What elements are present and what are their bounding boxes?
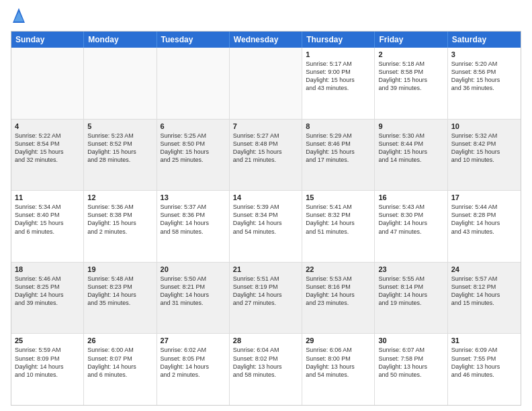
cell-text: Sunrise: 6:06 AM [306, 346, 371, 354]
cell-text: and 35 minutes. [87, 299, 152, 307]
day-number: 6 [161, 122, 226, 130]
cal-cell: 4Sunrise: 5:22 AMSunset: 8:54 PMDaylight… [11, 120, 84, 191]
cal-cell: 7Sunrise: 5:27 AMSunset: 8:48 PMDaylight… [230, 120, 302, 191]
cell-text: Daylight: 15 hours [451, 76, 517, 84]
day-number: 24 [451, 265, 517, 273]
cell-text: Sunrise: 5:51 AM [233, 275, 298, 283]
cell-text: Sunset: 8:48 PM [233, 140, 298, 148]
cell-text: Daylight: 15 hours [378, 76, 443, 84]
cal-cell: 30Sunrise: 6:07 AMSunset: 7:58 PMDayligh… [375, 334, 447, 405]
cal-cell [84, 48, 157, 119]
cell-text: Sunset: 8:54 PM [15, 140, 80, 148]
cell-text: Sunset: 8:14 PM [378, 283, 443, 291]
cell-text: Sunset: 8:07 PM [87, 355, 152, 363]
header [11, 8, 521, 26]
cell-text: and 43 minutes. [306, 84, 371, 92]
cell-text: and 46 minutes. [451, 371, 517, 379]
week-row-4: 18Sunrise: 5:46 AMSunset: 8:25 PMDayligh… [11, 263, 521, 334]
cell-text: and 54 minutes. [233, 228, 298, 236]
cell-text: Sunset: 8:38 PM [87, 211, 152, 219]
cell-text: Daylight: 15 hours [161, 148, 226, 156]
cell-text: Sunrise: 5:29 AM [306, 132, 371, 140]
day-number: 1 [306, 50, 371, 58]
cell-text: and 54 minutes. [306, 371, 371, 379]
cell-text: Sunset: 8:00 PM [306, 355, 371, 363]
day-number: 17 [451, 193, 517, 201]
cell-text: Sunrise: 5:22 AM [15, 132, 80, 140]
cell-text: and 58 minutes. [233, 371, 298, 379]
cal-cell: 29Sunrise: 6:06 AMSunset: 8:00 PMDayligh… [302, 334, 375, 405]
cell-text: and 28 minutes. [87, 156, 152, 164]
cell-text: Sunrise: 6:09 AM [451, 346, 517, 354]
cell-text: Daylight: 15 hours [233, 148, 298, 156]
day-number: 13 [161, 193, 226, 201]
cell-text: and 21 minutes. [233, 156, 298, 164]
cell-text: Daylight: 14 hours [233, 291, 298, 299]
day-number: 9 [378, 122, 443, 130]
cell-text: Sunrise: 5:37 AM [161, 203, 226, 211]
cal-cell: 22Sunrise: 5:53 AMSunset: 8:16 PMDayligh… [302, 263, 375, 334]
cell-text: Daylight: 14 hours [306, 219, 371, 227]
day-number: 28 [233, 336, 298, 345]
day-number: 22 [306, 265, 371, 273]
logo [11, 11, 25, 26]
day-number: 20 [161, 265, 226, 273]
cell-text: Daylight: 14 hours [378, 291, 443, 299]
cal-cell: 6Sunrise: 5:25 AMSunset: 8:50 PMDaylight… [157, 120, 230, 191]
week-row-1: 1Sunrise: 5:17 AMSunset: 9:00 PMDaylight… [11, 48, 521, 120]
cal-cell: 17Sunrise: 5:44 AMSunset: 8:28 PMDayligh… [448, 191, 521, 262]
logo-text [11, 11, 25, 26]
day-number: 16 [378, 193, 443, 201]
cell-text: Sunset: 8:05 PM [161, 355, 226, 363]
day-number: 25 [15, 336, 80, 345]
header-day-friday: Friday [375, 32, 447, 48]
day-number: 21 [233, 265, 298, 273]
cell-text: and 23 minutes. [306, 299, 371, 307]
cell-text: Sunrise: 6:04 AM [233, 346, 298, 354]
cell-text: Sunset: 8:16 PM [306, 283, 371, 291]
day-number: 29 [306, 336, 371, 345]
cell-text: Daylight: 14 hours [161, 219, 226, 227]
cell-text: Daylight: 14 hours [87, 363, 152, 371]
cell-text: Sunset: 8:12 PM [451, 283, 517, 291]
day-number: 4 [15, 122, 80, 130]
cell-text: Sunset: 8:36 PM [161, 211, 226, 219]
cal-cell: 2Sunrise: 5:18 AMSunset: 8:58 PMDaylight… [375, 48, 447, 119]
cell-text: Sunset: 8:44 PM [378, 140, 443, 148]
cell-text: Daylight: 15 hours [87, 148, 152, 156]
cell-text: Sunset: 8:40 PM [15, 211, 80, 219]
cell-text: and 10 minutes. [451, 156, 517, 164]
cal-cell [230, 48, 302, 119]
day-number: 15 [306, 193, 371, 201]
cell-text: Sunset: 8:30 PM [378, 211, 443, 219]
header-day-monday: Monday [84, 32, 157, 48]
cell-text: Sunset: 8:42 PM [451, 140, 517, 148]
cell-text: Daylight: 13 hours [451, 363, 517, 371]
cell-text: and 51 minutes. [306, 228, 371, 236]
cell-text: Daylight: 14 hours [161, 291, 226, 299]
cell-text: Daylight: 14 hours [233, 219, 298, 227]
cal-cell: 16Sunrise: 5:43 AMSunset: 8:30 PMDayligh… [375, 191, 447, 262]
cell-text: Sunrise: 5:25 AM [161, 132, 226, 140]
cell-text: Daylight: 15 hours [306, 76, 371, 84]
page: SundayMondayTuesdayWednesdayThursdayFrid… [0, 0, 532, 411]
cell-text: and 6 minutes. [87, 371, 152, 379]
cell-text: Sunset: 8:19 PM [233, 283, 298, 291]
calendar: SundayMondayTuesdayWednesdayThursdayFrid… [11, 31, 521, 406]
cal-cell [157, 48, 230, 119]
logo-icon [13, 8, 25, 26]
week-row-2: 4Sunrise: 5:22 AMSunset: 8:54 PMDaylight… [11, 120, 521, 191]
day-number: 2 [378, 50, 443, 58]
cell-text: Sunrise: 5:46 AM [15, 275, 80, 283]
cal-cell: 18Sunrise: 5:46 AMSunset: 8:25 PMDayligh… [11, 263, 84, 334]
cell-text: Sunrise: 5:27 AM [233, 132, 298, 140]
cal-cell: 15Sunrise: 5:41 AMSunset: 8:32 PMDayligh… [302, 191, 375, 262]
cell-text: Sunrise: 5:41 AM [306, 203, 371, 211]
cell-text: Sunrise: 5:48 AM [87, 275, 152, 283]
cal-cell: 13Sunrise: 5:37 AMSunset: 8:36 PMDayligh… [157, 191, 230, 262]
cell-text: Daylight: 14 hours [87, 291, 152, 299]
cell-text: Daylight: 15 hours [306, 148, 371, 156]
day-number: 8 [306, 122, 371, 130]
cell-text: Sunrise: 5:17 AM [306, 60, 371, 68]
calendar-body: 1Sunrise: 5:17 AMSunset: 9:00 PMDaylight… [11, 48, 521, 405]
